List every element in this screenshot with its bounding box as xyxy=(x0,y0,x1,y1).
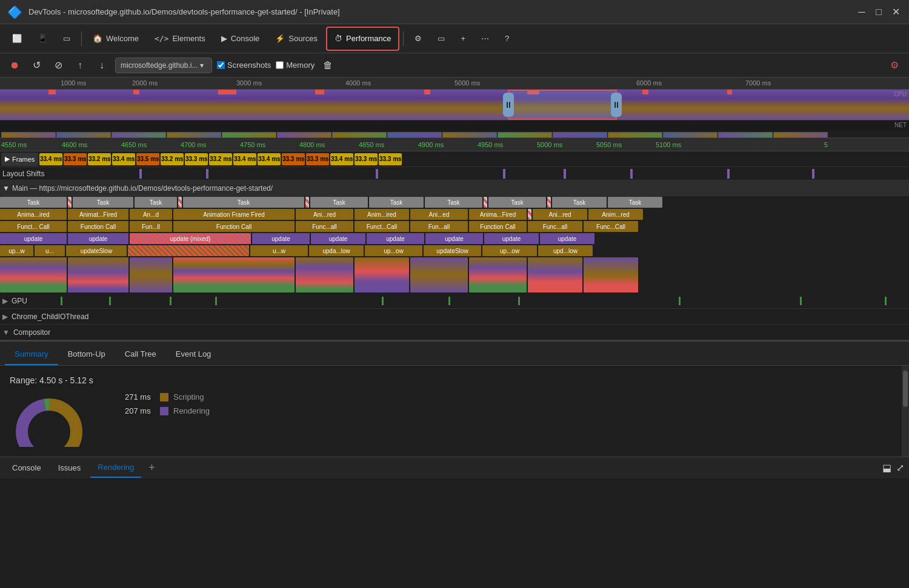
task-3-1[interactable]: Funct... Call xyxy=(0,221,67,232)
tab-summary[interactable]: Summary xyxy=(5,343,58,365)
nav-help[interactable]: ? xyxy=(498,27,516,51)
memory-checkbox-item[interactable]: Memory xyxy=(276,61,315,70)
task-4-2[interactable]: update xyxy=(68,233,128,244)
screenshots-checkbox-item[interactable]: Screenshots xyxy=(217,61,271,70)
task-6-10[interactable] xyxy=(584,257,638,292)
nav-inspect[interactable]: ⬜ xyxy=(5,27,29,51)
task-4-7[interactable]: update xyxy=(425,233,483,244)
nav-add[interactable]: + xyxy=(453,27,473,51)
nav-performance[interactable]: ⏱ Performance xyxy=(326,27,399,51)
dock-bottom-icon[interactable]: ⬓ xyxy=(882,462,891,474)
record-btn[interactable]: ⏺ xyxy=(6,57,23,74)
nav-dock[interactable]: ▭ xyxy=(430,27,452,51)
task-2-11[interactable]: Anim...red xyxy=(588,209,643,220)
task-2-5[interactable]: Ani...red xyxy=(296,209,353,220)
upload-btn[interactable]: ↑ xyxy=(72,57,88,74)
minimize-btn[interactable]: ─ xyxy=(856,6,868,18)
task-4-6[interactable]: update xyxy=(367,233,424,244)
task-2-6[interactable]: Anim...ired xyxy=(355,209,409,220)
add-tab-btn[interactable]: + xyxy=(144,461,160,474)
task-5-7[interactable]: up...ow xyxy=(365,245,422,256)
task-2-10[interactable]: Ani...red xyxy=(533,209,587,220)
task-2-7[interactable]: Ani...ed xyxy=(410,209,468,220)
tab-event-log[interactable]: Event Log xyxy=(166,343,221,365)
task-1-8[interactable]: Task xyxy=(310,197,368,208)
scrollbar-thumb[interactable] xyxy=(903,371,908,407)
task-6-9[interactable] xyxy=(528,257,582,292)
task-5-6[interactable]: upda...low xyxy=(309,245,364,256)
task-4-5[interactable]: update xyxy=(311,233,365,244)
task-6-6[interactable] xyxy=(355,257,409,292)
task-2-4[interactable]: Animation Frame Fired xyxy=(173,209,295,220)
status-tab-rendering[interactable]: Rendering xyxy=(90,458,141,478)
handle-right[interactable]: ⏸ xyxy=(611,93,622,117)
task-1-14[interactable]: Task xyxy=(552,197,607,208)
task-3-6[interactable]: Funct...Call xyxy=(355,221,409,232)
task-3-4[interactable]: Function Call xyxy=(173,221,295,232)
nav-more[interactable]: ⋯ xyxy=(474,27,496,51)
gpu-row[interactable]: ▶ GPU xyxy=(0,293,909,309)
task-1-15[interactable]: Task xyxy=(608,197,662,208)
task-5-8[interactable]: updateSlow xyxy=(424,245,481,256)
task-5-1[interactable]: up...w xyxy=(0,245,33,256)
nav-sources[interactable]: ⚡ Sources xyxy=(268,27,325,51)
task-1-3[interactable]: Task xyxy=(73,197,133,208)
task-1-1[interactable]: Task xyxy=(0,197,67,208)
chrome-child-row[interactable]: ▶ Chrome_ChildIOThread xyxy=(0,309,909,325)
task-4-8[interactable]: update xyxy=(484,233,539,244)
clear-btn[interactable]: ⊘ xyxy=(50,57,67,74)
nav-console[interactable]: ▶ Console xyxy=(214,27,267,51)
screenshots-checkbox[interactable] xyxy=(217,61,225,69)
memory-checkbox[interactable] xyxy=(276,61,284,69)
task-5-10[interactable]: upd...low xyxy=(538,245,593,256)
status-tab-console[interactable]: Console xyxy=(5,458,48,478)
task-5-9[interactable]: up...ow xyxy=(482,245,537,256)
task-5-2[interactable]: u... xyxy=(35,245,65,256)
dropdown-icon[interactable]: ▾ xyxy=(200,61,204,70)
task-6-7[interactable] xyxy=(410,257,468,292)
cpu-band[interactable]: CPU ⏸ ⏸ xyxy=(0,90,909,120)
task-3-3[interactable]: Fun...ll xyxy=(130,221,172,232)
task-6-3[interactable] xyxy=(130,257,172,292)
status-tab-issues[interactable]: Issues xyxy=(51,458,88,478)
task-6-4[interactable] xyxy=(173,257,295,292)
task-3-7[interactable]: Fun...all xyxy=(410,221,468,232)
download-btn[interactable]: ↓ xyxy=(93,57,110,74)
nav-sidebar[interactable]: ▭ xyxy=(56,27,78,51)
task-6-2[interactable] xyxy=(68,257,128,292)
nav-device[interactable]: 📱 xyxy=(30,27,55,51)
task-1-12[interactable]: Task xyxy=(488,197,546,208)
task-6-5[interactable] xyxy=(296,257,353,292)
task-4-3[interactable]: update (mixed) xyxy=(130,233,251,244)
trash-btn[interactable]: 🗑 xyxy=(319,57,336,74)
frames-label[interactable]: ▶ Frames xyxy=(1,153,38,166)
task-2-2[interactable]: Animat...Fired xyxy=(68,209,128,220)
handle-left[interactable]: ⏸ xyxy=(503,93,514,117)
right-scrollbar[interactable] xyxy=(902,366,909,457)
nav-settings[interactable]: ⚙ xyxy=(407,27,429,51)
task-2-3[interactable]: An...d xyxy=(130,209,172,220)
task-2-1[interactable]: Anima...ired xyxy=(0,209,67,220)
main-header-row[interactable]: ▼ Main — https://microsoftedge.github.io… xyxy=(0,180,909,196)
task-3-9[interactable]: Func...all xyxy=(528,221,582,232)
task-1-6[interactable]: Task xyxy=(183,197,304,208)
task-3-8[interactable]: Function Call xyxy=(469,221,527,232)
nav-elements[interactable]: </> Elements xyxy=(147,27,213,51)
tab-bottom-up[interactable]: Bottom-Up xyxy=(58,343,115,365)
task-1-9[interactable]: Task xyxy=(369,197,424,208)
selected-region[interactable]: ⏸ ⏸ xyxy=(508,90,617,120)
screenshots-strip[interactable] xyxy=(0,131,909,138)
task-3-5[interactable]: Func...all xyxy=(296,221,353,232)
nav-welcome[interactable]: 🏠 Welcome xyxy=(85,27,146,51)
reload-btn[interactable]: ↺ xyxy=(28,57,45,74)
task-6-8[interactable] xyxy=(469,257,527,292)
tab-call-tree[interactable]: Call Tree xyxy=(115,343,166,365)
maximize-btn[interactable]: □ xyxy=(873,6,885,18)
close-btn[interactable]: ✕ xyxy=(890,6,902,18)
task-4-1[interactable]: update xyxy=(0,233,67,244)
task-1-10[interactable]: Task xyxy=(425,197,482,208)
settings-cog-btn[interactable]: ⚙ xyxy=(886,57,903,74)
task-5-5[interactable]: u...w xyxy=(250,245,308,256)
task-1-4[interactable]: Task xyxy=(135,197,177,208)
task-4-4[interactable]: update xyxy=(252,233,310,244)
